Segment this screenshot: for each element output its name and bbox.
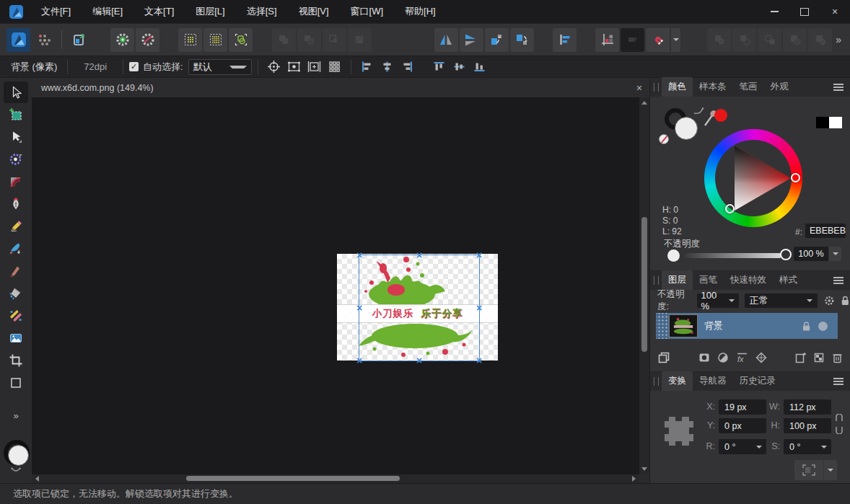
snapping-button[interactable] [646,28,670,52]
marquee-tool[interactable] [4,104,28,125]
menu-window[interactable]: 窗口[W] [340,0,395,23]
selection-handle[interactable]: × [475,251,483,260]
auto-correct-button[interactable] [110,28,134,52]
layer-effects-button[interactable]: fx [736,352,748,363]
snap-object-button[interactable] [229,28,253,52]
gear-disabled-button[interactable] [136,28,159,52]
layer-visibility-toggle[interactable] [818,322,828,331]
align-left-button[interactable] [358,58,377,76]
blend-options-gear-icon[interactable] [824,295,835,306]
panel-grip[interactable] [654,83,659,92]
link-dimensions-icon[interactable] [835,414,844,434]
scroll-right-icon[interactable] [632,476,636,482]
fill-color-swatch[interactable] [8,445,29,466]
menu-help[interactable]: 帮助[H] [394,0,447,23]
fill-color-swatch[interactable] [675,117,698,140]
new-layer-button[interactable] [794,352,806,363]
panel-menu-icon[interactable] [833,275,844,286]
adjustment-layer-button[interactable] [717,352,729,363]
mask-layer-button[interactable] [698,352,710,363]
layer-thumbnail[interactable] [669,314,698,337]
liquify-pattern-button[interactable] [755,352,767,363]
transform-mode-button[interactable] [794,460,823,480]
menu-text[interactable]: 文本[T] [133,0,185,23]
scroll-down-icon[interactable] [641,467,647,471]
crop-tool[interactable] [4,350,28,371]
transform-mode-chevron[interactable] [824,460,837,480]
vertical-scrollbar[interactable] [639,97,649,474]
snapping-options-chevron[interactable] [671,28,680,52]
alignment-button[interactable] [553,28,577,52]
hide-selection-button[interactable] [285,58,304,76]
tools-expand-button[interactable]: » [13,410,18,421]
menu-layer[interactable]: 图层[L] [185,0,235,23]
corner-tool[interactable] [4,171,28,193]
h-field[interactable]: 100 px [784,418,831,433]
opacity-value-field[interactable]: 100 % [794,247,828,261]
hex-input[interactable]: EBEBEB [805,224,846,238]
panel-menu-icon[interactable] [833,376,844,386]
selection-handle[interactable]: × [355,251,364,260]
tab-navigator[interactable]: 导航器 [693,371,733,391]
snapping-grid-axis-button[interactable] [595,28,619,52]
mode-toggle-button[interactable] [621,28,644,52]
hue-selector[interactable] [791,173,800,182]
auto-select-checkbox[interactable]: ✓ [129,62,139,71]
menu-view[interactable]: 视图[V] [288,0,340,23]
selection-bounds[interactable]: × × × × × × × × [359,255,480,361]
point-transform-tool[interactable] [4,149,28,170]
selection-handle[interactable]: × [475,356,483,365]
menu-select[interactable]: 选择[S] [236,0,288,23]
layer-drag-handle[interactable] [656,313,668,339]
show-rotation-center-button[interactable] [265,58,284,76]
opacity-chevron[interactable] [829,247,841,261]
selection-handle[interactable]: × [475,304,483,312]
align-top-button[interactable] [430,58,449,76]
opacity-slider-knob[interactable] [780,249,792,260]
align-middle-button[interactable] [450,58,469,76]
horizontal-scroll-thumb[interactable] [186,476,400,481]
selection-handle[interactable]: × [355,356,364,365]
export-persona-button[interactable] [68,28,92,52]
shear-dropdown[interactable]: 0 ° [784,439,831,454]
designer-persona-button[interactable] [6,28,30,52]
picked-color-swatch[interactable] [714,109,727,122]
selection-handle[interactable]: × [415,251,424,260]
bw-default-swatch[interactable] [816,117,842,128]
tab-stroke[interactable]: 笔画 [733,77,764,97]
horizontal-scrollbar[interactable] [32,474,639,483]
shape-tool[interactable] [4,372,28,394]
panel-grip[interactable] [654,276,659,285]
scroll-left-icon[interactable] [35,476,39,482]
rotate-cw-button[interactable] [510,28,534,52]
vector-brush-tool[interactable] [4,238,28,260]
pen-tool[interactable] [4,193,28,215]
selection-handle[interactable]: × [415,356,424,365]
delete-layer-button[interactable] [832,352,843,363]
w-field[interactable]: 112 px [784,399,831,415]
anchor-point-selector[interactable] [665,417,693,446]
canvas-viewport[interactable]: 小刀娱乐 乐于分享 × × × × × × × × [32,97,639,474]
opacity-slider[interactable] [685,253,781,258]
vertical-scroll-thumb[interactable] [641,217,647,352]
layer-locked-icon[interactable] [802,321,811,332]
menu-file[interactable]: 文件[F] [30,0,82,23]
tab-brushes[interactable]: 画笔 [693,270,724,290]
pencil-tool[interactable] [4,216,28,237]
minimize-button[interactable] [759,0,789,23]
lock-layer-icon[interactable] [841,295,850,306]
blend-mode-dropdown[interactable]: 正常 [745,293,818,308]
node-tool[interactable] [4,126,28,148]
toolbar-overflow-button[interactable]: » [833,34,844,45]
snap-grid-button[interactable] [178,28,202,52]
transform-mode-button[interactable] [305,58,324,76]
maximize-button[interactable] [789,0,820,23]
layer-row-background[interactable]: 背景 [656,313,838,339]
layer-opacity-field[interactable]: 100 % [697,293,739,308]
cycle-selection-box-button[interactable] [325,58,344,76]
tab-history[interactable]: 历史记录 [733,371,782,391]
fill-knife-tool[interactable] [4,260,28,282]
tab-swatches[interactable]: 样本条 [693,77,733,97]
align-right-button[interactable] [398,58,417,76]
document-tab[interactable]: www.x6d.com.png (149.4%) [41,83,154,93]
